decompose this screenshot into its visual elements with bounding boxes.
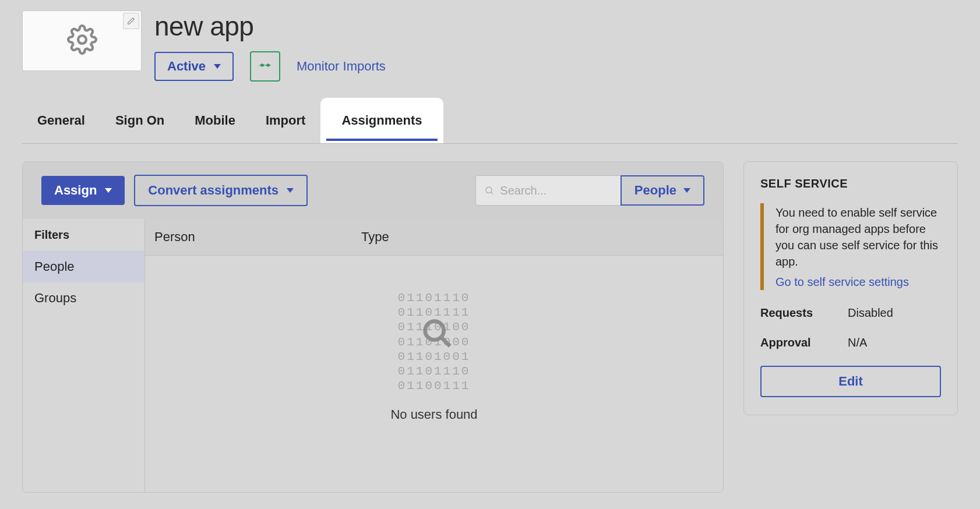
empty-state: 01101110 01101111 01110100 01101000 0110…: [145, 256, 723, 492]
notice-text: You need to enable self service for org …: [775, 204, 941, 270]
requests-value: Disabled: [848, 306, 893, 320]
svg-point-1: [486, 187, 492, 193]
search-scope-dropdown[interactable]: People: [621, 175, 704, 206]
magnifier-icon: [419, 315, 456, 356]
status-dropdown[interactable]: Active: [154, 52, 234, 81]
filter-groups[interactable]: Groups: [23, 282, 144, 314]
self-service-title: SELF SERVICE: [760, 177, 941, 190]
assignments-panel: Assign Convert assignments: [22, 161, 724, 493]
column-type: Type: [361, 229, 714, 245]
search-input[interactable]: [500, 184, 612, 197]
app-title: new app: [154, 10, 386, 42]
svg-line-2: [491, 192, 493, 194]
self-service-panel: SELF SERVICE You need to enable self ser…: [743, 161, 958, 415]
filters-sidebar: Filters People Groups: [23, 219, 145, 492]
search-box[interactable]: [475, 175, 621, 206]
empty-state-art: 01101110 01101111 01110100 01101000 0110…: [398, 291, 471, 393]
convert-button-label: Convert assignments: [148, 183, 279, 198]
tab-import[interactable]: Import: [251, 98, 320, 143]
approval-label: Approval: [760, 336, 848, 349]
svg-point-0: [78, 36, 86, 44]
assign-button-label: Assign: [54, 183, 97, 198]
status-label: Active: [167, 59, 206, 74]
approval-value: N/A: [848, 336, 867, 349]
self-service-settings-link[interactable]: Go to self service settings: [775, 275, 909, 288]
saml-indicator[interactable]: [250, 51, 280, 82]
tab-assignments[interactable]: Assignments: [320, 98, 443, 143]
chevron-down-icon: [214, 64, 221, 69]
chevron-down-icon: [287, 188, 294, 193]
edit-self-service-button[interactable]: Edit: [760, 366, 941, 397]
svg-line-4: [441, 338, 450, 347]
search-scope-label: People: [634, 183, 676, 198]
search-icon: [484, 185, 495, 196]
tab-mobile[interactable]: Mobile: [179, 98, 251, 143]
assignments-table: Person Type 01101110 01101111 01110100 0…: [145, 219, 723, 492]
filters-heading: Filters: [23, 219, 144, 251]
actions-bar: Assign Convert assignments: [23, 162, 723, 219]
monitor-imports-link[interactable]: Monitor Imports: [297, 59, 386, 74]
requests-label: Requests: [760, 306, 848, 320]
tab-general[interactable]: General: [22, 98, 100, 143]
self-service-notice: You need to enable self service for org …: [760, 203, 941, 290]
assign-button[interactable]: Assign: [41, 176, 125, 205]
gear-icon: [67, 24, 97, 58]
tabs: General Sign On Mobile Import Assignment…: [22, 98, 958, 144]
convert-assignments-button[interactable]: Convert assignments: [134, 175, 308, 206]
empty-message: No users found: [390, 407, 477, 422]
column-person: Person: [154, 229, 361, 245]
edit-app-icon-button[interactable]: [123, 13, 139, 29]
svg-point-3: [425, 321, 443, 340]
handshake-icon: [258, 58, 272, 75]
chevron-down-icon: [683, 188, 690, 193]
pencil-icon: [127, 17, 135, 25]
tab-sign-on[interactable]: Sign On: [100, 98, 179, 143]
filter-people[interactable]: People: [23, 251, 144, 282]
chevron-down-icon: [105, 188, 112, 193]
app-icon-container: [22, 10, 142, 71]
